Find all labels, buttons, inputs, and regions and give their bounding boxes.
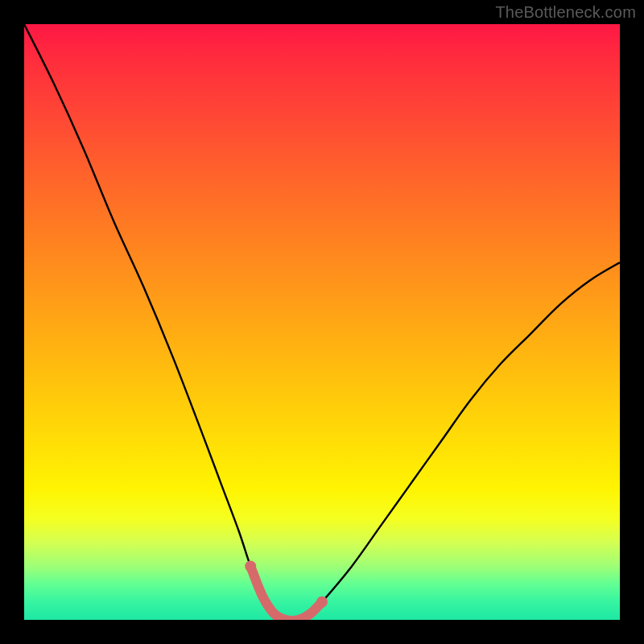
highlight-segment <box>250 566 322 620</box>
curve-svg <box>24 24 620 620</box>
plot-area <box>24 24 620 620</box>
chart-frame: TheBottleneck.com <box>0 0 644 644</box>
highlight-endpoint <box>316 597 328 608</box>
watermark-text: TheBottleneck.com <box>495 3 636 22</box>
highlight-endpoint <box>245 560 256 572</box>
bottleneck-curve-path <box>24 24 620 620</box>
